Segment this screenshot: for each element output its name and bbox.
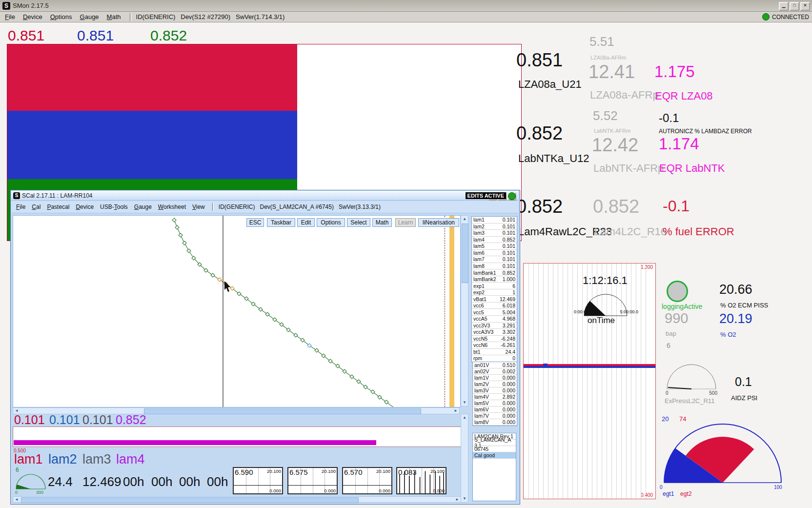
voltage-row[interactable]: lam2V0.000 bbox=[473, 381, 517, 387]
channel-row[interactable]: lam30.101 bbox=[472, 230, 517, 237]
menu-smon-options[interactable]: Options bbox=[50, 13, 72, 20]
chart-point[interactable] bbox=[265, 312, 269, 316]
channel-row-value: 0.101 bbox=[503, 263, 515, 269]
channel-row[interactable]: lam20.101 bbox=[472, 224, 517, 230]
channel-row[interactable]: lamBank21.000 bbox=[472, 276, 517, 283]
bottom-horizontal-scrollbar[interactable]: ◄ ► bbox=[13, 496, 461, 503]
scrollbar-thumb[interactable] bbox=[462, 224, 468, 283]
channel-row[interactable]: vccA3V33.302 bbox=[472, 329, 517, 336]
toolbar-select-button[interactable]: Select bbox=[347, 218, 370, 227]
menu-scal-worksheet[interactable]: Worksheet bbox=[158, 203, 186, 210]
toolbar-taskbar-button[interactable]: Taskbar bbox=[267, 218, 295, 227]
channel-row[interactable]: vccA54.968 bbox=[472, 316, 517, 323]
channel-row[interactable]: bt124.4 bbox=[472, 349, 517, 356]
channel-row[interactable]: exp21 bbox=[472, 289, 517, 296]
scroll-down-icon[interactable]: ▼ bbox=[461, 400, 468, 406]
voltage-row[interactable]: lam1V0.000 bbox=[473, 375, 517, 381]
voltage-row[interactable]: lam3V0.000 bbox=[473, 387, 517, 394]
channel-row[interactable]: lam40.852 bbox=[472, 237, 517, 244]
chart-point[interactable] bbox=[172, 218, 176, 222]
calibration-chart[interactable]: ESCTaskbarEditOptionsSelectMathLearnliNe… bbox=[13, 215, 461, 407]
channel-row[interactable]: vccN5-6.248 bbox=[472, 336, 517, 343]
toolbar-linearisation-button[interactable]: liNearisation bbox=[418, 218, 459, 227]
menu-smon-math[interactable]: Math bbox=[107, 13, 121, 20]
scroll-down-icon[interactable]: ▼ bbox=[461, 496, 468, 502]
menu-smon-file[interactable]: File bbox=[5, 13, 15, 20]
menu-scal-device[interactable]: Device bbox=[76, 203, 94, 210]
scroll-right-icon[interactable]: ► bbox=[455, 497, 459, 503]
chart-point[interactable] bbox=[187, 249, 191, 253]
menu-scal-cal[interactable]: Cal bbox=[32, 203, 41, 210]
menu-smon-gauge[interactable]: Gauge bbox=[80, 13, 99, 20]
channel-row[interactable]: vBat112.469 bbox=[472, 296, 517, 303]
scroll-left-icon[interactable]: ◄ bbox=[15, 497, 19, 503]
close-icon[interactable]: ✕ bbox=[800, 2, 810, 11]
scrollbar-thumb[interactable] bbox=[144, 408, 421, 414]
voltage-row[interactable]: an02V0.002 bbox=[473, 368, 517, 375]
channel-row[interactable]: vccN6-6.261 bbox=[472, 342, 517, 349]
maximize-icon[interactable]: □ bbox=[790, 2, 799, 11]
lower-vertical-scrollbar[interactable]: ▲ ▼ bbox=[461, 414, 468, 503]
voltage-row[interactable]: lam6V0.000 bbox=[473, 406, 517, 413]
voltage-row[interactable]: lam5V0.000 bbox=[473, 400, 517, 406]
scroll-up-icon[interactable]: ▲ bbox=[461, 216, 468, 222]
menu-smon-device[interactable]: Device bbox=[23, 13, 42, 20]
menu-scal-view[interactable]: View bbox=[192, 203, 205, 210]
chart-vertical-scrollbar[interactable]: ▲ ▼ bbox=[461, 215, 468, 406]
chart-point[interactable] bbox=[218, 278, 222, 282]
channel-row[interactable]: lam10.101 bbox=[472, 217, 517, 224]
voltage-row[interactable]: lam8V0.000 bbox=[473, 419, 517, 426]
menu-scal-gauge[interactable]: Gauge bbox=[134, 203, 152, 210]
scal-titlebar[interactable]: S SCal 2.17.11 : LAM-RR104 ▁ □ ✕ bbox=[11, 191, 518, 201]
lza-eqr-label: EQR LZA08 bbox=[655, 90, 713, 102]
chart-point[interactable] bbox=[259, 307, 263, 311]
chart-point[interactable] bbox=[294, 333, 298, 337]
channel-row[interactable]: lam50.101 bbox=[472, 243, 517, 250]
chart-point[interactable] bbox=[183, 241, 186, 245]
toolbar-options-button[interactable]: Options bbox=[317, 218, 345, 227]
channel-row[interactable]: vcc55.004 bbox=[472, 309, 517, 316]
chart-point[interactable] bbox=[273, 318, 277, 322]
channel-row[interactable]: lam80.101 bbox=[472, 263, 517, 270]
info-line[interactable]: S_LAM2CAN_A 3.1 bbox=[473, 440, 516, 446]
menu-scal-file[interactable]: File bbox=[16, 203, 25, 210]
minimize-icon[interactable]: ▁ bbox=[779, 2, 789, 11]
channel-row[interactable]: lam60.101 bbox=[472, 250, 517, 257]
channel-list[interactable]: lam10.101lam20.101lam30.101lam40.852lam5… bbox=[471, 216, 517, 363]
menu-scal-pastecal[interactable]: Pastecal bbox=[47, 203, 69, 210]
channel-row[interactable]: vcc66.018 bbox=[472, 303, 517, 309]
chart-point[interactable] bbox=[211, 273, 215, 277]
strip-gridline bbox=[528, 264, 529, 499]
calibration-curve[interactable] bbox=[13, 216, 443, 407]
menu-scal-usb-tools[interactable]: USB-Tools bbox=[100, 203, 128, 210]
toolbar-edit-button[interactable]: Edit bbox=[297, 218, 315, 227]
voltage-row-value: 0.000 bbox=[503, 387, 515, 393]
smon-titlebar[interactable]: S SMon 2.17.5 ▁ □ ✕ bbox=[0, 0, 812, 12]
chart-point[interactable] bbox=[179, 233, 183, 237]
channel-row[interactable]: lamBank10.852 bbox=[472, 269, 517, 276]
channel-row[interactable]: lam70.101 bbox=[472, 256, 517, 263]
toolbar-math-button[interactable]: Math bbox=[372, 218, 392, 227]
voltage-row[interactable]: an01V0.510 bbox=[473, 362, 517, 368]
express-gauge-arc bbox=[665, 362, 718, 390]
fuel-error-value: -0.1 bbox=[663, 197, 690, 215]
egt2-value: 74 bbox=[679, 415, 686, 423]
voltage-list[interactable]: an01V0.510an02V0.002lam1V0.000lam2V0.000… bbox=[472, 362, 517, 426]
connected-label: CONNECTED bbox=[772, 14, 809, 20]
device-info-box[interactable]: LAM2CAN Rev 1S_LAM2CAN_A 3.106745Cal goo… bbox=[472, 433, 516, 501]
voltage-row-value: 2.892 bbox=[503, 394, 515, 400]
toolbar-esc-button[interactable]: ESC bbox=[246, 218, 264, 227]
chart-point[interactable] bbox=[175, 225, 179, 229]
channel-row[interactable]: vcc3V33.291 bbox=[472, 323, 517, 329]
channel-row[interactable]: rpm0 bbox=[472, 355, 517, 362]
voltage-row[interactable]: lam7V0.000 bbox=[473, 413, 517, 419]
scroll-right-icon[interactable]: ► bbox=[454, 408, 458, 414]
channel-row[interactable]: exp16 bbox=[472, 283, 517, 289]
chart-point[interactable] bbox=[350, 375, 354, 379]
voltage-row[interactable]: lam4V2.892 bbox=[473, 394, 517, 400]
scrollbar-thumb[interactable] bbox=[21, 497, 359, 503]
voltage-row-value: 0.510 bbox=[503, 362, 515, 368]
info-line[interactable]: Cal good bbox=[473, 452, 516, 459]
scroll-up-icon[interactable]: ▲ bbox=[461, 415, 468, 421]
channel-row-value: 3.291 bbox=[503, 323, 515, 328]
